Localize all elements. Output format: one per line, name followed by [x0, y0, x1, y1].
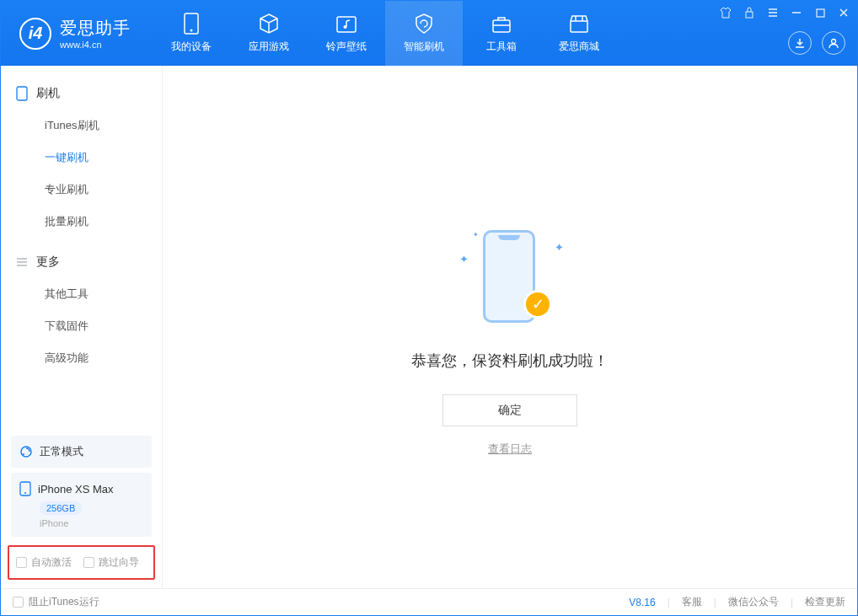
phone-notch	[498, 235, 520, 240]
phone-icon	[16, 86, 28, 101]
svg-rect-4	[493, 20, 510, 32]
checkbox-box	[13, 597, 24, 608]
shield-refresh-icon	[413, 13, 435, 35]
music-folder-icon	[335, 13, 357, 35]
device-name: iPhone XS Max	[38, 483, 114, 495]
separator: |	[791, 597, 793, 608]
shirt-icon[interactable]	[719, 6, 732, 19]
check-badge-icon: ✓	[523, 290, 552, 319]
mode-box[interactable]: 正常模式	[11, 436, 152, 468]
device-icon	[180, 13, 202, 35]
close-icon[interactable]	[837, 6, 850, 19]
app-window: i4 爱思助手 www.i4.cn 我的设备 应用游戏 铃声壁纸 智能刷机	[0, 0, 858, 616]
highlighted-checkbox-row: 自动激活 跳过向导	[8, 545, 155, 580]
sidebar-item-batch-flash[interactable]: 批量刷机	[1, 206, 162, 238]
nav-ringtones[interactable]: 铃声壁纸	[308, 1, 385, 66]
nav-label: 铃声壁纸	[326, 40, 367, 54]
svg-point-8	[832, 40, 836, 44]
device-type: iPhone	[40, 518, 143, 528]
sparkle-icon: ✦	[555, 241, 564, 254]
sidebar-item-itunes-flash[interactable]: iTunes刷机	[1, 110, 162, 142]
footer: 阻止iTunes运行 V8.16 | 客服 | 微信公众号 | 检查更新	[1, 588, 857, 615]
sidebar-item-other-tools[interactable]: 其他工具	[1, 278, 162, 310]
device-capacity-badge: 256GB	[40, 501, 82, 515]
nav-toolbox[interactable]: 工具箱	[463, 1, 540, 66]
ok-button[interactable]: 确定	[442, 394, 577, 426]
svg-point-3	[344, 25, 347, 29]
separator: |	[668, 597, 670, 608]
checkbox-skip-guide[interactable]: 跳过向导	[83, 555, 139, 570]
app-subtitle: www.i4.cn	[60, 40, 131, 50]
refresh-icon	[19, 445, 33, 458]
sidebar-item-oneclick-flash[interactable]: 一键刷机	[1, 142, 162, 174]
nav-flash[interactable]: 智能刷机	[385, 1, 463, 66]
nav-my-device[interactable]: 我的设备	[153, 1, 230, 66]
minimize-icon[interactable]	[790, 6, 803, 19]
svg-point-11	[23, 453, 24, 455]
sidebar-bottom: 正常模式 iPhone XS Max 256GB iPhone 自动激活	[1, 431, 162, 588]
svg-rect-7	[817, 9, 824, 17]
checkbox-label: 阻止iTunes运行	[29, 595, 99, 609]
nav-label: 工具箱	[486, 40, 517, 54]
footer-link-wechat[interactable]: 微信公众号	[728, 595, 779, 609]
toolbox-icon	[491, 13, 512, 35]
svg-rect-9	[17, 87, 27, 100]
group-label: 刷机	[36, 86, 60, 101]
titlebar: i4 爱思助手 www.i4.cn 我的设备 应用游戏 铃声壁纸 智能刷机	[1, 1, 857, 66]
sidebar-scroll: 刷机 iTunes刷机 一键刷机 专业刷机 批量刷机 更多 其他工具 下载固件 …	[1, 66, 162, 431]
app-title: 爱思助手	[60, 17, 131, 40]
menu-icon[interactable]	[766, 6, 780, 19]
window-controls	[719, 6, 850, 19]
sparkle-icon: ✦	[473, 231, 479, 238]
sparkle-icon: ✦	[459, 253, 469, 265]
user-button[interactable]	[822, 31, 845, 55]
success-message: 恭喜您，保资料刷机成功啦！	[411, 351, 609, 371]
sidebar-item-pro-flash[interactable]: 专业刷机	[1, 174, 162, 206]
sidebar: 刷机 iTunes刷机 一键刷机 专业刷机 批量刷机 更多 其他工具 下载固件 …	[1, 66, 163, 588]
cube-icon	[258, 13, 280, 35]
nav-label: 我的设备	[171, 40, 212, 54]
main-content: ✦ ✦ ✦ ✓ 恭喜您，保资料刷机成功啦！ 确定 查看日志	[163, 66, 857, 588]
checkbox-box	[16, 557, 27, 568]
footer-link-update[interactable]: 检查更新	[805, 595, 845, 609]
footer-link-service[interactable]: 客服	[682, 595, 702, 609]
device-box[interactable]: iPhone XS Max 256GB iPhone	[11, 473, 152, 537]
checkbox-block-itunes[interactable]: 阻止iTunes运行	[13, 595, 99, 609]
checkbox-label: 自动激活	[31, 555, 72, 570]
sidebar-item-advanced[interactable]: 高级功能	[1, 342, 162, 374]
svg-rect-6	[746, 12, 753, 18]
logo-area: i4 爱思助手 www.i4.cn	[1, 1, 153, 66]
checkbox-auto-activate[interactable]: 自动激活	[16, 555, 72, 570]
group-label: 更多	[36, 254, 60, 270]
view-log-link[interactable]: 查看日志	[488, 442, 532, 457]
titlebar-circle-buttons	[788, 31, 845, 55]
sidebar-group-more: 更多	[1, 246, 162, 278]
svg-rect-5	[571, 21, 587, 32]
maximize-icon[interactable]	[813, 6, 827, 19]
device-phone-icon	[19, 481, 31, 496]
nav-label: 应用游戏	[249, 40, 289, 54]
nav-label: 爱思商城	[559, 40, 599, 54]
body: 刷机 iTunes刷机 一键刷机 专业刷机 批量刷机 更多 其他工具 下载固件 …	[1, 66, 857, 588]
nav-apps[interactable]: 应用游戏	[230, 1, 308, 66]
nav-label: 智能刷机	[404, 40, 444, 54]
logo-text: 爱思助手 www.i4.cn	[60, 17, 131, 50]
svg-point-1	[190, 29, 193, 32]
list-icon	[16, 256, 28, 268]
sidebar-group-flash: 刷机	[1, 78, 162, 110]
store-icon	[568, 13, 590, 35]
checkbox-box	[83, 557, 94, 568]
success-illustration: ✦ ✦ ✦ ✓	[451, 226, 569, 327]
logo-icon: i4	[19, 18, 51, 50]
version-label: V8.16	[629, 597, 655, 608]
nav-store[interactable]: 爱思商城	[540, 1, 618, 66]
download-button[interactable]	[788, 31, 812, 55]
top-nav: 我的设备 应用游戏 铃声壁纸 智能刷机 工具箱 爱思商城	[153, 1, 618, 66]
sidebar-item-download-firmware[interactable]: 下载固件	[1, 310, 162, 342]
mode-label: 正常模式	[40, 444, 83, 459]
checkbox-label: 跳过向导	[99, 555, 139, 570]
svg-point-13	[24, 492, 26, 494]
separator: |	[714, 597, 716, 608]
footer-right: V8.16 | 客服 | 微信公众号 | 检查更新	[629, 595, 845, 609]
lock-icon[interactable]	[743, 6, 756, 19]
